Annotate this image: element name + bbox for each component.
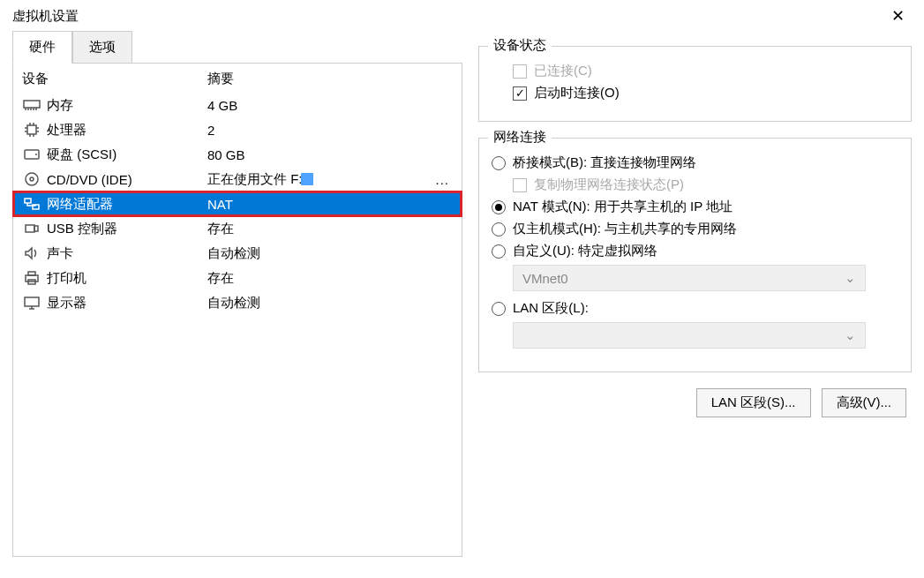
device-summary: 4 GB (207, 98, 453, 113)
svg-rect-21 (26, 225, 34, 232)
radio-nat[interactable] (492, 200, 506, 214)
device-row[interactable]: 打印机存在 (13, 266, 462, 290)
chevron-down-icon: ⌄ (845, 270, 856, 286)
checkbox-replicate (513, 178, 527, 192)
device-row[interactable]: CD/DVD (IDE)正在使用文件 F:... (13, 167, 462, 191)
radio-bridged[interactable] (492, 156, 506, 170)
label-hostonly: 仅主机模式(H): 与主机共享的专用网络 (513, 221, 737, 237)
radio-hostonly[interactable] (492, 222, 506, 236)
button-row: LAN 区段(S)... 高级(V)... (478, 388, 912, 417)
device-row[interactable]: 声卡自动检测 (13, 241, 462, 266)
sound-icon (22, 244, 41, 262)
device-header: 设备 摘要 (13, 64, 462, 93)
file-chip-icon (301, 173, 313, 185)
device-name: 声卡 (47, 245, 207, 262)
device-name: 打印机 (47, 270, 207, 287)
svg-point-17 (26, 173, 38, 185)
svg-rect-26 (25, 297, 39, 306)
label-custom: 自定义(U): 特定虚拟网络 (513, 243, 657, 259)
device-name: 内存 (47, 97, 207, 114)
label-lan: LAN 区段(L): (513, 300, 589, 317)
network-group: 网络连接 桥接模式(B): 直接连接物理网络 复制物理网络连接状态(P) NAT… (478, 138, 912, 372)
advanced-button[interactable]: 高级(V)... (822, 388, 907, 417)
device-summary: 正在使用文件 F:... (207, 171, 453, 188)
device-list: 内存4 GB处理器2硬盘 (SCSI)80 GBCD/DVD (IDE)正在使用… (13, 93, 462, 315)
device-panel: 设备 摘要 内存4 GB处理器2硬盘 (SCSI)80 GBCD/DVD (ID… (12, 63, 462, 557)
label-bridged: 桥接模式(B): 直接连接物理网络 (513, 154, 696, 171)
disk-icon (22, 146, 41, 163)
svg-point-16 (35, 154, 37, 155)
dropdown-vmnet-value: VMnet0 (522, 271, 568, 286)
display-icon (22, 294, 41, 312)
device-name: 硬盘 (SCSI) (47, 146, 207, 163)
dropdown-vmnet: VMnet0 ⌄ (513, 265, 866, 291)
device-row[interactable]: 内存4 GB (13, 93, 462, 117)
device-row[interactable]: 硬盘 (SCSI)80 GB (13, 142, 462, 167)
svg-rect-6 (27, 125, 36, 134)
device-summary: 存在 (207, 221, 453, 237)
lan-segments-button[interactable]: LAN 区段(S)... (696, 388, 811, 417)
svg-rect-24 (26, 275, 38, 281)
chevron-down-icon: ⌄ (845, 327, 856, 343)
device-summary: 2 (207, 123, 453, 138)
tab-hardware[interactable]: 硬件 (12, 31, 72, 64)
checkbox-connect-on-start[interactable] (513, 86, 527, 101)
device-summary: 自动检测 (207, 295, 453, 312)
radio-lan[interactable] (492, 302, 506, 316)
device-summary: 存在 (207, 270, 453, 287)
printer-icon (22, 269, 41, 287)
svg-point-18 (30, 177, 34, 181)
close-icon[interactable]: ✕ (884, 6, 912, 26)
titlebar: 虚拟机设置 ✕ (0, 0, 924, 30)
device-name: 显示器 (47, 295, 207, 312)
window-title: 虚拟机设置 (12, 8, 79, 25)
svg-rect-22 (34, 226, 38, 231)
device-name: 网络适配器 (47, 196, 207, 213)
network-legend: 网络连接 (488, 129, 552, 146)
label-connect-on-start: 启动时连接(O) (534, 85, 620, 101)
device-row[interactable]: 显示器自动检测 (13, 290, 462, 315)
device-name: 处理器 (47, 122, 207, 139)
svg-rect-0 (24, 101, 40, 108)
usb-icon (22, 220, 41, 237)
column-device: 设备 (22, 71, 207, 87)
tab-options[interactable]: 选项 (72, 31, 132, 64)
device-state-legend: 设备状态 (488, 37, 552, 54)
device-summary: NAT (207, 197, 453, 212)
disc-icon (22, 170, 41, 188)
device-name: USB 控制器 (47, 221, 207, 237)
ellipsis: ... (435, 172, 453, 187)
device-row[interactable]: 处理器2 (13, 117, 462, 142)
device-row[interactable]: 网络适配器NAT (13, 191, 462, 216)
checkbox-connected (513, 64, 527, 79)
radio-custom[interactable] (492, 244, 506, 259)
device-name: CD/DVD (IDE) (47, 172, 207, 187)
dropdown-lan: ⌄ (513, 322, 866, 349)
network-icon (22, 195, 41, 213)
device-summary: 自动检测 (207, 245, 453, 262)
label-replicate: 复制物理网络连接状态(P) (534, 176, 684, 193)
label-nat: NAT 模式(N): 用于共享主机的 IP 地址 (513, 199, 732, 215)
cpu-icon (22, 121, 41, 139)
device-summary: 80 GB (207, 147, 453, 162)
label-connected: 已连接(C) (534, 63, 592, 79)
memory-icon (22, 96, 41, 114)
tabs: 硬件 选项 (12, 31, 462, 64)
device-row[interactable]: USB 控制器存在 (13, 216, 462, 241)
svg-rect-19 (25, 199, 31, 203)
device-state-group: 设备状态 已连接(C) 启动时连接(O) (478, 46, 912, 122)
column-summary: 摘要 (207, 71, 453, 87)
